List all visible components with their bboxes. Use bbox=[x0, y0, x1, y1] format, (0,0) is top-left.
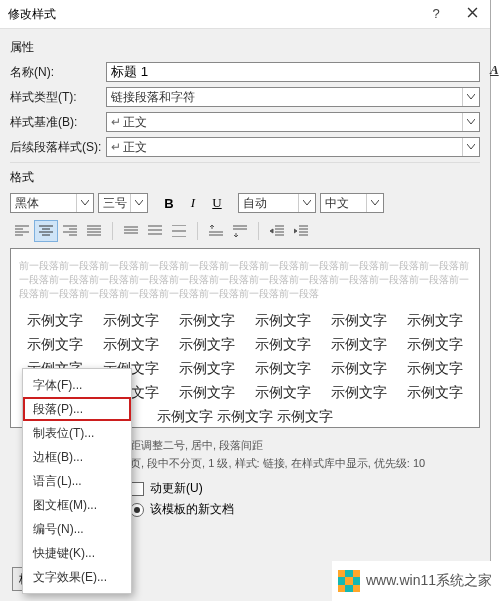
menu-item-texteffect[interactable]: 文字效果(E)... bbox=[23, 565, 131, 589]
dialog-title: 修改样式 bbox=[8, 0, 418, 28]
chevron-down-icon bbox=[366, 194, 383, 212]
help-button[interactable]: ? bbox=[418, 0, 454, 28]
radio-icon bbox=[130, 503, 144, 517]
bold-button[interactable]: B bbox=[158, 192, 180, 214]
row-name: 名称(N): bbox=[10, 62, 480, 82]
style-type-value: 链接段落和字符 bbox=[107, 88, 462, 106]
chevron-down-icon bbox=[130, 194, 147, 212]
style-type-select[interactable]: 链接段落和字符 bbox=[106, 87, 480, 107]
italic-button[interactable]: I bbox=[182, 192, 204, 214]
based-on-label: 样式基准(B): bbox=[10, 114, 106, 131]
chevron-down-icon bbox=[298, 194, 315, 212]
sample-text: 示例文字 bbox=[27, 312, 83, 330]
menu-item-frame[interactable]: 图文框(M)... bbox=[23, 493, 131, 517]
indent-decrease-button[interactable] bbox=[265, 220, 289, 242]
name-label: 名称(N): bbox=[10, 64, 106, 81]
watermark-logo-icon bbox=[338, 570, 360, 592]
font-size-select[interactable]: 三号 bbox=[98, 193, 148, 213]
sample-text: 示例文字 bbox=[27, 336, 83, 354]
name-input[interactable] bbox=[106, 62, 480, 82]
based-on-value: ↵正文 bbox=[107, 113, 462, 131]
sample-text: 示例文字 bbox=[103, 336, 159, 354]
sample-text: 示例文字 bbox=[277, 408, 333, 426]
align-left-button[interactable] bbox=[10, 220, 34, 242]
sample-text: 示例文字 bbox=[179, 336, 235, 354]
language-value: 中文 bbox=[321, 194, 366, 212]
sample-text: 示例文字 bbox=[157, 408, 213, 426]
sample-text: 示例文字 bbox=[407, 384, 463, 402]
sample-text: 示例文字 bbox=[331, 312, 387, 330]
divider bbox=[10, 162, 480, 163]
menu-item-shortcut[interactable]: 快捷键(K)... bbox=[23, 541, 131, 565]
underline-button[interactable]: U bbox=[206, 192, 228, 214]
row-based-on: 样式基准(B): ↵正文 bbox=[10, 112, 480, 132]
para-space-after-button[interactable] bbox=[228, 220, 252, 242]
separator bbox=[197, 222, 198, 240]
sample-text: 示例文字 bbox=[179, 384, 235, 402]
template-scope-label: 该模板的新文档 bbox=[150, 501, 234, 518]
sample-text: 示例文字 bbox=[179, 312, 235, 330]
menu-item-border[interactable]: 边框(B)... bbox=[23, 445, 131, 469]
watermark: www.win11系统之家 bbox=[332, 561, 500, 601]
line-spacing-3-button[interactable] bbox=[167, 220, 191, 242]
chevron-down-icon bbox=[462, 88, 479, 106]
section-properties-label: 属性 bbox=[10, 39, 480, 56]
separator bbox=[258, 222, 259, 240]
sample-text: 示例文字 bbox=[407, 360, 463, 378]
format-menu: 字体(F)... 段落(P)... 制表位(T)... 边框(B)... 语言(… bbox=[22, 368, 132, 594]
titlebar: 修改样式 ? bbox=[0, 0, 490, 29]
align-justify-button[interactable] bbox=[82, 220, 106, 242]
line-spacing-2-button[interactable] bbox=[143, 220, 167, 242]
sample-row: 示例文字示例文字示例文字示例文字示例文字示例文字 bbox=[19, 309, 471, 333]
menu-item-font[interactable]: 字体(F)... bbox=[23, 373, 131, 397]
font-family-select[interactable]: 黑体 bbox=[10, 193, 94, 213]
bold-italic-underline-group: B I U bbox=[158, 192, 228, 214]
menu-item-numbering[interactable]: 编号(N)... bbox=[23, 517, 131, 541]
font-color-value: 自动 bbox=[239, 194, 298, 212]
sample-text: 示例文字 bbox=[179, 360, 235, 378]
sample-text: 示例文字 bbox=[407, 312, 463, 330]
following-label: 后续段落样式(S): bbox=[10, 139, 106, 156]
watermark-url: www.win11系统之家 bbox=[366, 572, 492, 590]
format-row-2 bbox=[10, 220, 480, 242]
checkbox-icon bbox=[130, 482, 144, 496]
preview-lorem: 前一段落前一段落前一段落前一段落前一段落前一段落前一段落前一段落前一段落前一段落… bbox=[19, 259, 471, 301]
based-on-select[interactable]: ↵正文 bbox=[106, 112, 480, 132]
section-format-label: 格式 bbox=[10, 169, 480, 186]
close-icon bbox=[467, 7, 478, 18]
sample-text: 示例文字 bbox=[331, 384, 387, 402]
sample-text: 示例文字 bbox=[331, 360, 387, 378]
chevron-down-icon bbox=[462, 113, 479, 131]
sample-text: 示例文字 bbox=[255, 360, 311, 378]
following-select[interactable]: ↵正文 bbox=[106, 137, 480, 157]
font-family-value: 黑体 bbox=[11, 194, 76, 212]
sample-text: 示例文字 bbox=[103, 312, 159, 330]
sample-text: 示例文字 bbox=[255, 336, 311, 354]
menu-item-paragraph[interactable]: 段落(P)... bbox=[23, 397, 131, 421]
format-row-1: 黑体 三号 B I U 自动 中文 bbox=[10, 192, 480, 214]
separator bbox=[112, 222, 113, 240]
align-right-button[interactable] bbox=[58, 220, 82, 242]
font-size-value: 三号 bbox=[99, 194, 130, 212]
menu-item-language[interactable]: 语言(L)... bbox=[23, 469, 131, 493]
language-select[interactable]: 中文 bbox=[320, 193, 384, 213]
auto-update-label: 动更新(U) bbox=[150, 480, 203, 497]
row-following: 后续段落样式(S): ↵正文 bbox=[10, 137, 480, 157]
formatting-glyph-a: A bbox=[490, 62, 498, 78]
para-space-before-button[interactable] bbox=[204, 220, 228, 242]
sample-text: 示例文字 bbox=[331, 336, 387, 354]
close-button[interactable] bbox=[454, 0, 490, 28]
style-type-label: 样式类型(T): bbox=[10, 89, 106, 106]
chevron-down-icon bbox=[462, 138, 479, 156]
sample-text: 示例文字 bbox=[255, 312, 311, 330]
align-center-button[interactable] bbox=[34, 220, 58, 242]
indent-increase-button[interactable] bbox=[289, 220, 313, 242]
row-style-type: 样式类型(T): 链接段落和字符 bbox=[10, 87, 480, 107]
chevron-down-icon bbox=[76, 194, 93, 212]
font-color-select[interactable]: 自动 bbox=[238, 193, 316, 213]
menu-item-tabs[interactable]: 制表位(T)... bbox=[23, 421, 131, 445]
sample-text: 示例文字 bbox=[217, 408, 273, 426]
sample-text: 示例文字 bbox=[255, 384, 311, 402]
line-spacing-1-button[interactable] bbox=[119, 220, 143, 242]
sample-row: 示例文字示例文字示例文字示例文字示例文字示例文字 bbox=[19, 333, 471, 357]
